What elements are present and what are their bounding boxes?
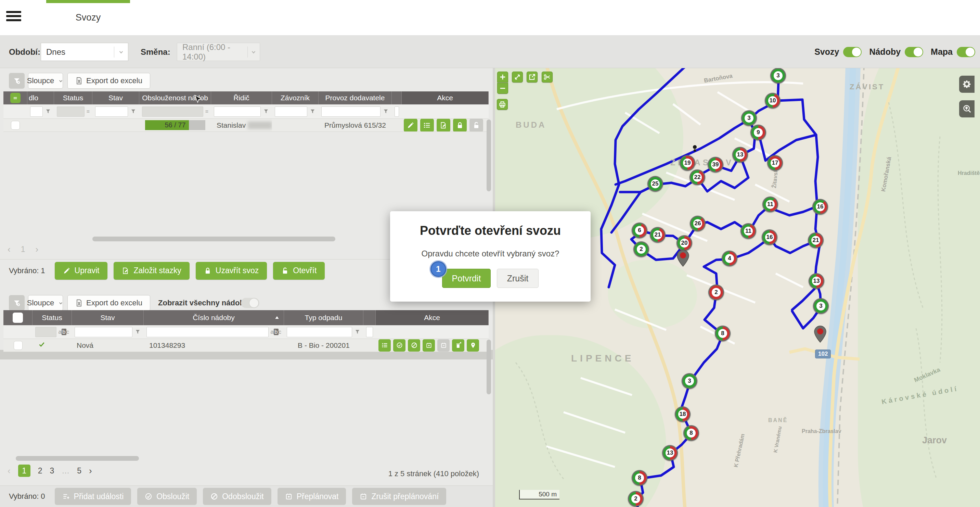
select-all-checkbox[interactable] — [13, 312, 23, 323]
action-button-unlock[interactable]: Otevřít — [273, 262, 325, 280]
route-marker[interactable]: 16 — [812, 199, 828, 215]
search-location-button[interactable] — [959, 100, 975, 117]
abc-filter-icon[interactable]: abc — [270, 328, 281, 335]
route-marker[interactable]: 13 — [808, 273, 824, 289]
col-cislo-nadoby[interactable]: Číslo nádoby — [144, 310, 284, 325]
abc-filter-icon[interactable]: abc — [59, 328, 69, 335]
filter-input[interactable] — [321, 107, 380, 117]
vehicle-pin-icon[interactable] — [814, 325, 827, 343]
action-button-docedit[interactable]: Založit stazky — [114, 262, 189, 280]
route-marker[interactable]: 17 — [767, 155, 783, 171]
expand-map-button[interactable] — [512, 72, 523, 83]
svozy-export-button[interactable]: Export do excelu — [67, 73, 150, 89]
map-settings-button[interactable] — [959, 76, 975, 93]
action-button-lock[interactable]: Uzavřít svoz — [196, 262, 267, 280]
nadoby-columns-button[interactable]: Sloupce — [28, 295, 63, 311]
route-marker[interactable]: 3 — [813, 298, 829, 314]
detail-list-action-icon[interactable] — [379, 339, 391, 352]
route-marker[interactable]: 19 — [679, 155, 695, 171]
route-marker[interactable]: 8 — [683, 425, 699, 441]
route-marker[interactable]: 22 — [689, 169, 705, 185]
page-number[interactable]: 5 — [77, 466, 81, 475]
col-stav[interactable]: Stav — [72, 310, 144, 325]
funnel-icon[interactable] — [130, 108, 137, 115]
filter-input[interactable] — [146, 327, 269, 337]
create-stazky-action-icon[interactable] — [437, 119, 450, 132]
prev-page-arrow[interactable]: ‹ — [8, 466, 11, 476]
funnel-icon[interactable] — [263, 108, 269, 115]
confirm-button[interactable]: Potvrdit — [442, 269, 491, 288]
route-marker[interactable]: 11 — [740, 223, 756, 239]
select-all-header[interactable] — [3, 310, 32, 325]
route-marker[interactable]: 13 — [662, 445, 678, 461]
route-marker[interactable]: 2 — [633, 241, 649, 257]
route-marker[interactable]: 8 — [715, 325, 730, 341]
route-marker[interactable]: 10 — [765, 93, 781, 108]
col-status[interactable]: Status — [54, 91, 92, 104]
prev-page-arrow[interactable]: ‹ — [8, 244, 11, 255]
menu-hamburger-icon[interactable] — [6, 11, 21, 25]
route-marker[interactable]: 21 — [808, 233, 824, 248]
route-marker[interactable]: 18 — [675, 407, 690, 422]
filter-input[interactable] — [214, 107, 261, 117]
next-page-arrow[interactable]: › — [89, 466, 92, 476]
select-all-checkbox[interactable] — [10, 93, 21, 103]
open-external-button[interactable] — [527, 72, 538, 83]
row-checkbox[interactable] — [11, 121, 20, 130]
page-number[interactable]: 1 — [21, 245, 25, 254]
route-marker[interactable]: 8 — [632, 470, 648, 486]
filter-input[interactable] — [142, 107, 203, 117]
edit-action-icon[interactable] — [404, 119, 417, 132]
filter-input[interactable] — [30, 107, 43, 117]
period-dropdown[interactable]: Dnes — [41, 43, 128, 61]
route-marker[interactable]: 11 — [762, 196, 778, 212]
action-button-pencil[interactable]: Upravit — [55, 262, 108, 280]
reschedule-action-icon[interactable] — [423, 339, 435, 352]
route-marker[interactable]: 25 — [648, 176, 663, 192]
select-all-header[interactable] — [3, 91, 27, 104]
col-ridic[interactable]: Řidič — [211, 91, 272, 104]
toggle-switch[interactable] — [843, 47, 862, 57]
filter-input[interactable] — [395, 107, 399, 117]
cut-region-button[interactable] — [542, 72, 553, 83]
route-marker[interactable]: 6 — [632, 223, 648, 238]
next-page-arrow[interactable]: › — [35, 244, 38, 255]
zoom-in-button[interactable] — [497, 72, 508, 83]
svozy-table-row[interactable]: 56 / 77StanislavPrůmyslová 615/32 — [3, 119, 488, 132]
funnel-icon[interactable] — [354, 328, 361, 335]
remove-action-icon[interactable] — [452, 339, 465, 352]
nadoby-horizontal-scrollbar[interactable] — [3, 455, 488, 461]
route-marker[interactable]: 3 — [741, 110, 757, 126]
toggle-switch[interactable] — [957, 47, 975, 57]
col-status[interactable]: Status — [32, 310, 72, 325]
tab-svozy[interactable]: Svozy — [46, 0, 130, 35]
equals-operator[interactable]: = — [87, 108, 90, 115]
vehicle-pin-icon[interactable] — [676, 250, 689, 267]
toggle-switch[interactable] — [905, 47, 923, 57]
page-number-current[interactable]: 1 — [18, 464, 30, 477]
filter-input[interactable] — [95, 107, 128, 117]
filter-input[interactable] — [287, 327, 352, 337]
filter-input[interactable] — [75, 327, 132, 337]
shift-dropdown[interactable]: Ranní (6:00 - 14:00) — [177, 43, 260, 61]
funnel-icon[interactable] — [45, 108, 51, 115]
col-vozidlo[interactable]: dlo — [27, 91, 54, 104]
filter-input[interactable] — [35, 327, 56, 337]
svozy-vertical-scrollbar[interactable] — [487, 120, 491, 191]
nadoby-export-button[interactable]: Export do excelu — [67, 295, 150, 311]
cancel-button[interactable]: Zrušit — [497, 269, 539, 288]
page-number[interactable]: 2 — [38, 466, 43, 475]
clear-filter-button[interactable] — [9, 73, 25, 89]
nadoby-vertical-scrollbar[interactable] — [487, 340, 491, 394]
locate-action-icon[interactable] — [467, 339, 479, 352]
nadoby-table-row[interactable]: Nová101348293B - Bio - 200201 — [3, 339, 488, 352]
unserve-action-icon[interactable] — [408, 339, 420, 352]
route-marker[interactable]: 20 — [676, 235, 692, 251]
funnel-icon[interactable] — [309, 108, 316, 115]
svozy-columns-button[interactable]: Sloupce — [28, 73, 63, 89]
show-all-toggle[interactable] — [241, 298, 259, 308]
route-marker[interactable]: 2 — [628, 491, 644, 507]
filter-input[interactable] — [366, 327, 373, 337]
route-marker[interactable]: 16 — [762, 230, 778, 245]
col-typ-odpadu[interactable]: Typ odpadu — [284, 310, 363, 325]
